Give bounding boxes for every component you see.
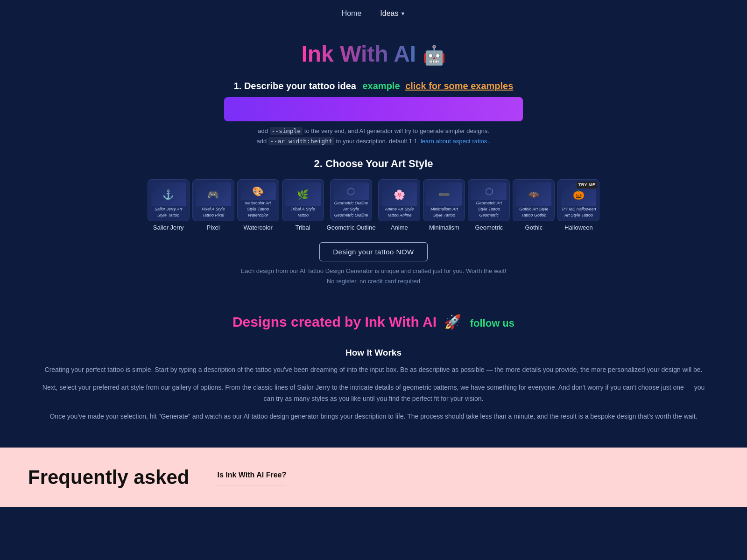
how-it-works-para1: Creating your perfect tattoo is simple. … (37, 364, 710, 376)
hero-title: Ink With AI 🤖 (301, 41, 445, 67)
design-hint-line2: No register, no credit card required (241, 276, 507, 287)
art-style-label-minimalism: Minimalism (429, 224, 459, 231)
art-style-item-minimalism[interactable]: ➖Minimalism Art Style TattooMinimalism (423, 179, 465, 231)
art-style-icon-sailor-jerry: ⚓ (151, 182, 186, 206)
step1-section: 1. Describe your tattoo idea example cli… (0, 81, 747, 147)
art-style-thumb-text-geometric: Geometric Art Style Tattoo Geometric (471, 200, 507, 218)
art-style-label-gothic: Gothic (525, 224, 543, 231)
how-it-works-para3: Once you've made your selection, hit "Ge… (37, 411, 710, 422)
art-style-thumb-pixel: 🎮Pixel A Style Tattoo Pixel (192, 179, 234, 221)
art-style-thumb-watercolor: 🎨watercolor Art Style Tattoo Watercolor (237, 179, 279, 221)
how-it-works-title: How It Works (37, 348, 710, 358)
art-style-thumb-text-minimalism: Minimalism Art Style Tattoo (426, 206, 462, 218)
design-hints: Each design from our AI Tattoo Design Ge… (241, 266, 507, 287)
designs-heading-rocket: 🚀 (444, 314, 461, 329)
designs-heading-pink: Designs created by Ink With AI (233, 314, 437, 329)
nav-ideas-dropdown[interactable]: Ideas ▼ (380, 9, 405, 18)
aspect-ratio-link[interactable]: learn about aspect ratios (421, 138, 487, 145)
art-style-item-pixel[interactable]: 🎮Pixel A Style Tattoo PixelPixel (192, 179, 234, 231)
art-style-item-tribal[interactable]: 🌿Tribal A Style TattooTribal (282, 179, 324, 231)
main-nav: Home Ideas ▼ (0, 0, 747, 27)
art-style-thumb-text-sailor-jerry: Sailor Jerry Art Style Tattoo (151, 206, 186, 218)
hero-section: Ink With AI 🤖 (0, 27, 747, 71)
art-style-thumb-geometric: ⬡Geometric Art Style Tattoo Geometric (468, 179, 510, 221)
nav-ideas-label: Ideas (380, 9, 398, 18)
art-style-thumb-gothic: 🦇Gothic Art Style Tattoo Gothic (513, 179, 555, 221)
art-style-item-anime[interactable]: 🌸Anime Art Style Tattoo AnimeAnime (378, 179, 420, 231)
input-bar-container (0, 97, 747, 121)
design-tattoo-button[interactable]: Design your tattoo NOW (319, 242, 428, 261)
art-style-icon-geometric: ⬡ (471, 182, 507, 200)
hint1-rest: to the very end, and AI generator will t… (304, 127, 489, 134)
step2-section: 2. Choose Your Art Style ⚓Sailor Jerry A… (0, 158, 747, 231)
design-hint-line1: Each design from our AI Tattoo Design Ge… (241, 266, 507, 276)
art-style-label-anime: Anime (391, 224, 408, 231)
art-style-thumb-text-geometric-outline: Geometric Outline Art Style Geometric Ou… (333, 200, 369, 218)
art-style-item-sailor-jerry[interactable]: ⚓Sailor Jerry Art Style TattooSailor Jer… (148, 179, 190, 231)
art-style-thumb-anime: 🌸Anime Art Style Tattoo Anime (378, 179, 420, 221)
nav-home[interactable]: Home (342, 9, 362, 18)
art-style-item-gothic[interactable]: 🦇Gothic Art Style Tattoo GothicGothic (513, 179, 555, 231)
art-style-icon-minimalism: ➖ (426, 182, 462, 206)
step2-heading: 2. Choose Your Art Style (0, 158, 747, 170)
faq-left: Frequently asked (28, 466, 189, 489)
faq-right: Is Ink With AI Free? (217, 466, 286, 489)
art-style-thumb-sailor-jerry: ⚓Sailor Jerry Art Style Tattoo (148, 179, 190, 221)
designs-section: Designs created by Ink With AI 🚀 follow … (0, 291, 747, 339)
faq-title: Frequently asked (28, 466, 189, 489)
try-me-badge-halloween: TRY ME (577, 182, 598, 189)
art-style-item-geometric-outline[interactable]: ⬡Geometric Outline Art Style Geometric O… (327, 179, 376, 231)
art-style-thumb-minimalism: ➖Minimalism Art Style Tattoo (423, 179, 465, 221)
art-style-thumb-text-tribal: Tribal A Style Tattoo (285, 206, 321, 218)
nav-ideas-arrow: ▼ (400, 11, 405, 16)
faq-section: Frequently asked Is Ink With AI Free? (0, 448, 747, 507)
step1-example-link[interactable]: click for some examples (405, 81, 513, 91)
art-style-icon-geometric-outline: ⬡ (333, 182, 369, 200)
art-style-icon-watercolor: 🎨 (240, 182, 276, 200)
hint2-text: add (256, 138, 267, 145)
art-style-label-geometric: Geometric (475, 224, 503, 231)
art-styles-row: ⚓Sailor Jerry Art Style TattooSailor Jer… (0, 175, 747, 231)
art-style-thumb-text-anime: Anime Art Style Tattoo Anime (381, 206, 417, 218)
art-style-item-geometric[interactable]: ⬡Geometric Art Style Tattoo GeometricGeo… (468, 179, 510, 231)
art-style-item-halloween[interactable]: 🎃TrY ME Halloween Art Style TattooTRY ME… (557, 179, 599, 231)
design-btn-container: Design your tattoo NOW Each design from … (0, 242, 747, 287)
art-style-icon-pixel: 🎮 (196, 182, 231, 206)
art-style-label-sailor-jerry: Sailor Jerry (153, 224, 184, 231)
art-style-icon-anime: 🌸 (381, 182, 417, 206)
step1-example-label: example (363, 81, 400, 91)
how-it-works-para2: Next, select your preferred art style fr… (37, 382, 710, 405)
designs-heading-follow[interactable]: follow us (470, 317, 514, 329)
art-style-icon-tribal: 🌿 (285, 182, 321, 206)
faq-first-question[interactable]: Is Ink With AI Free? (217, 471, 286, 485)
hint2-rest: to your description. default 1:1. (336, 138, 419, 145)
art-style-thumb-text-pixel: Pixel A Style Tattoo Pixel (196, 206, 231, 218)
how-it-works-section: How It Works Creating your perfect tatto… (0, 339, 747, 433)
faq-inner: Frequently asked Is Ink With AI Free? (28, 466, 719, 489)
art-style-thumb-text-watercolor: watercolor Art Style Tattoo Watercolor (240, 200, 276, 218)
art-style-thumb-text-gothic: Gothic Art Style Tattoo Gothic (516, 206, 551, 218)
art-style-icon-gothic: 🦇 (516, 182, 551, 206)
art-style-thumb-halloween: 🎃TrY ME Halloween Art Style TattooTRY ME (557, 179, 599, 221)
art-style-label-tribal: Tribal (296, 224, 310, 231)
art-style-label-watercolor: Watercolor (243, 224, 272, 231)
hint2-end: . (489, 138, 491, 145)
step1-heading-text: 1. Describe your tattoo idea (234, 81, 356, 91)
hero-robot-emoji: 🤖 (423, 45, 446, 65)
hint1-text: add (258, 127, 268, 134)
art-style-label-pixel: Pixel (207, 224, 220, 231)
step1-heading: 1. Describe your tattoo idea example cli… (0, 81, 747, 91)
art-style-thumb-text-halloween: TrY ME Halloween Art Style Tattoo (561, 206, 596, 218)
hint2-code: --ar width:height (268, 137, 334, 145)
designs-heading: Designs created by Ink With AI 🚀 follow … (9, 314, 738, 330)
tattoo-description-input[interactable] (224, 97, 523, 121)
art-style-label-halloween: Halloween (564, 224, 593, 231)
art-style-thumb-geometric-outline: ⬡Geometric Outline Art Style Geometric O… (330, 179, 372, 221)
art-style-item-watercolor[interactable]: 🎨watercolor Art Style Tattoo WatercolorW… (237, 179, 279, 231)
hero-title-text: Ink With AI (301, 42, 416, 66)
hint1-code: --simple (270, 127, 303, 135)
art-style-label-geometric-outline: Geometric Outline (327, 224, 376, 231)
art-style-thumb-tribal: 🌿Tribal A Style Tattoo (282, 179, 324, 221)
input-hints: add --simple to the very end, and AI gen… (0, 126, 747, 147)
